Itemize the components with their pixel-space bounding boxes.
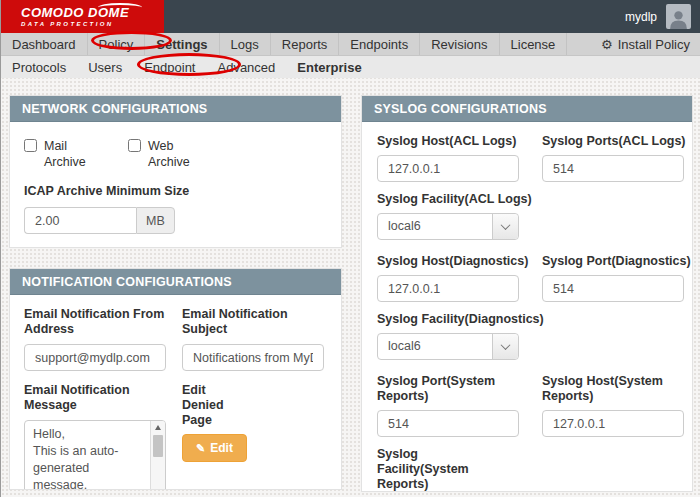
submenu-item-users[interactable]: Users <box>77 56 133 78</box>
icap-unit-addon: MB <box>136 207 175 234</box>
dropdown-button <box>492 214 518 239</box>
username-label: mydlp <box>625 10 657 24</box>
syslog-facility-acl-value: local6 <box>378 214 492 239</box>
email-subject-label: Email Notification Subject <box>182 307 327 337</box>
notification-panel-title: NOTIFICATION CONFIGURATIONS <box>10 269 341 295</box>
syslog-host-system-reports-input[interactable] <box>542 410 684 437</box>
menu-item-reports[interactable]: Reports <box>271 33 340 55</box>
user-avatar[interactable] <box>666 4 691 29</box>
syslog-facility-system-reports-label: Syslog Facility(System Reports) <box>377 447 497 492</box>
email-notification-message-box: Hello, This is an auto-generated message… <box>24 420 166 490</box>
menu-item-license[interactable]: License <box>500 33 568 55</box>
settings-submenu-bar: Protocols Users Endpoint Advanced Enterp… <box>1 56 700 78</box>
menu-item-revisions[interactable]: Revisions <box>420 33 499 55</box>
scrollbar-up-arrow[interactable] <box>151 421 165 434</box>
scrollbar-track[interactable] <box>151 434 165 490</box>
notification-configurations-panel: NOTIFICATION CONFIGURATIONS Email Notifi… <box>9 268 342 490</box>
web-archive-checkbox-item: Web Archive <box>128 138 196 170</box>
icap-archive-minimum-size-input[interactable] <box>24 207 136 234</box>
email-notification-message-text[interactable]: Hello, This is an auto-generated message… <box>25 421 150 490</box>
dropdown-button <box>492 334 518 359</box>
top-header-bar: COMODO DOME DATA PROTECTION mydlp <box>1 0 700 33</box>
email-notification-message-label: Email Notification Message <box>24 383 169 413</box>
submenu-item-protocols[interactable]: Protocols <box>1 56 77 78</box>
syslog-facility-acl-label: Syslog Facility(ACL Logs) <box>377 192 677 207</box>
syslog-host-acl-input[interactable] <box>377 155 519 182</box>
web-archive-label: Web Archive <box>148 138 196 170</box>
menu-item-dashboard[interactable]: Dashboard <box>1 33 88 55</box>
message-scrollbar <box>150 421 165 490</box>
scrollbar-thumb[interactable] <box>153 435 163 457</box>
syslog-port-diagnostics-input[interactable] <box>542 275 684 302</box>
syslog-port-system-reports-label: Syslog Port(System Reports) <box>377 374 542 404</box>
edit-denied-page-label: Edit Denied Page <box>182 383 232 428</box>
icap-archive-minimum-size-label: ICAP Archive Minimum Size <box>24 184 327 199</box>
install-policy-button[interactable]: ⚙ Install Policy <box>590 33 700 55</box>
syslog-port-system-reports-input[interactable] <box>377 410 519 437</box>
email-subject-input[interactable] <box>182 344 324 371</box>
user-area: mydlp <box>625 4 700 29</box>
pencil-icon: ✎ <box>196 443 205 454</box>
syslog-facility-acl-select[interactable]: local6 <box>377 213 519 240</box>
app-window: COMODO DOME DATA PROTECTION mydlp Dashbo… <box>0 0 700 497</box>
submenu-item-enterprise[interactable]: Enterprise <box>286 56 372 78</box>
logo-arc-decoration <box>98 3 142 12</box>
content-area: NETWORK CONFIGURATIONS Mail Archive Web … <box>1 78 700 497</box>
edit-denied-page-button[interactable]: ✎ Edit <box>182 434 247 462</box>
chevron-down-icon <box>501 220 511 230</box>
network-panel-title: NETWORK CONFIGURATIONS <box>10 96 341 122</box>
edit-button-label: Edit <box>210 441 233 455</box>
logo-title: COMODO DOME <box>21 6 164 19</box>
syslog-host-diagnostics-input[interactable] <box>377 275 519 302</box>
mail-archive-checkbox[interactable] <box>24 139 37 152</box>
web-archive-checkbox[interactable] <box>128 139 141 152</box>
install-policy-label: Install Policy <box>618 37 690 52</box>
syslog-facility-diagnostics-label: Syslog Facility(Diagnostics) <box>377 312 677 327</box>
logo-subtitle: DATA PROTECTION <box>21 21 164 27</box>
syslog-ports-acl-label: Syslog Ports(ACL Logs) <box>542 134 693 149</box>
syslog-host-system-reports-label: Syslog Host(System Reports) <box>542 374 693 404</box>
syslog-port-diagnostics-label: Syslog Port(Diagnostics) <box>542 254 693 269</box>
syslog-facility-diagnostics-select[interactable]: local6 <box>377 333 519 360</box>
submenu-item-endpoint[interactable]: Endpoint <box>133 56 206 78</box>
email-from-address-label: Email Notification From Address <box>24 307 169 337</box>
syslog-facility-diagnostics-value: local6 <box>378 334 492 359</box>
menu-item-logs[interactable]: Logs <box>220 33 271 55</box>
network-configurations-panel: NETWORK CONFIGURATIONS Mail Archive Web … <box>9 95 342 248</box>
mail-archive-checkbox-item: Mail Archive <box>24 138 92 170</box>
main-menu-bar: Dashboard Policy Settings Logs Reports E… <box>1 33 700 56</box>
syslog-panel-title: SYSLOG CONFIGURATIONS <box>362 96 692 122</box>
chevron-down-icon <box>501 340 511 350</box>
syslog-host-acl-label: Syslog Host(ACL Logs) <box>377 134 542 149</box>
comodo-dome-logo[interactable]: COMODO DOME DATA PROTECTION <box>1 0 164 33</box>
menu-item-endpoints[interactable]: Endpoints <box>339 33 420 55</box>
syslog-ports-acl-input[interactable] <box>542 155 684 182</box>
mail-archive-label: Mail Archive <box>44 138 92 170</box>
submenu-item-advanced[interactable]: Advanced <box>206 56 286 78</box>
menu-item-policy[interactable]: Policy <box>88 33 146 55</box>
gear-icon: ⚙ <box>601 38 613 51</box>
person-icon <box>668 8 689 29</box>
syslog-host-diagnostics-label: Syslog Host(Diagnostics) <box>377 254 542 269</box>
menu-item-settings[interactable]: Settings <box>145 33 219 55</box>
syslog-configurations-panel: SYSLOG CONFIGURATIONS Syslog Host(ACL Lo… <box>361 95 693 492</box>
email-from-address-input[interactable] <box>24 344 166 371</box>
